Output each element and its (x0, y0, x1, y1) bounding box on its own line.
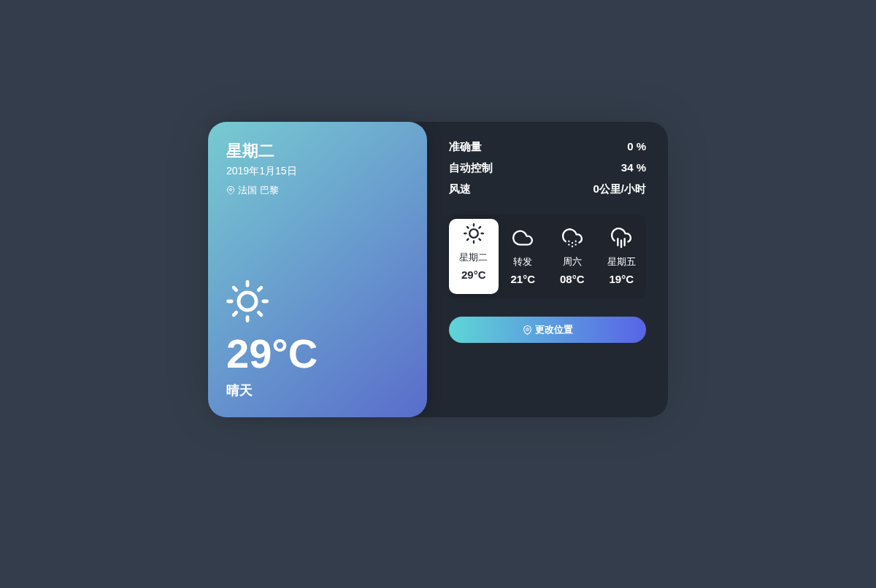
svg-point-0 (230, 189, 232, 191)
sun-icon (226, 280, 318, 322)
current-weather-panel: 星期二 2019年1月15日 法国 巴黎 29°C 晴天 (208, 122, 427, 417)
svg-line-9 (258, 287, 261, 290)
location: 法国 巴黎 (226, 184, 409, 197)
location-text: 法国 巴黎 (238, 184, 279, 197)
stat-precipitation: 准确量 0 % (449, 140, 646, 154)
svg-line-18 (479, 227, 480, 228)
cloud-rain-icon (611, 228, 631, 248)
stat-label: 准确量 (449, 140, 482, 154)
svg-line-17 (467, 239, 469, 240)
svg-point-10 (469, 229, 478, 238)
forecast-day[interactable]: 星期二 29°C (449, 219, 499, 294)
svg-point-1 (239, 293, 256, 310)
weather-widget: 星期二 2019年1月15日 法国 巴黎 29°C 晴天 准确量 0 % 自动控… (208, 122, 668, 417)
cloud-snow-icon (562, 228, 583, 248)
forecast-day-temp: 19°C (609, 273, 634, 285)
current-day: 星期二 (226, 140, 409, 162)
svg-line-8 (234, 312, 236, 314)
button-label: 更改位置 (535, 323, 573, 336)
stat-value: 0公里/小时 (593, 182, 646, 196)
forecast-day[interactable]: 转发 21°C (499, 223, 548, 290)
forecast-day-temp: 08°C (560, 273, 585, 285)
details-panel: 准确量 0 % 自动控制 34 % 风速 0公里/小时 星期二 29°C 转发 … (412, 122, 668, 417)
forecast-list: 星期二 29°C 转发 21°C 周六 08°C 星期五 19°C (449, 214, 646, 298)
current-condition: 晴天 (226, 382, 318, 399)
svg-point-28 (526, 328, 528, 330)
stat-label: 自动控制 (449, 161, 493, 175)
svg-line-14 (479, 239, 480, 240)
svg-line-13 (467, 227, 469, 228)
map-pin-icon (226, 186, 235, 195)
forecast-day-name: 星期二 (459, 251, 488, 264)
forecast-day-name: 周六 (563, 255, 582, 268)
svg-line-5 (258, 312, 261, 314)
stat-label: 风速 (449, 182, 471, 196)
sun-icon (464, 223, 484, 244)
stat-wind: 风速 0公里/小时 (449, 182, 646, 196)
stat-value: 34 % (621, 161, 646, 175)
current-readout: 29°C 晴天 (226, 280, 318, 399)
forecast-day[interactable]: 星期五 19°C (597, 223, 647, 290)
forecast-day-temp: 29°C (461, 268, 486, 281)
stat-humidity: 自动控制 34 % (449, 161, 646, 175)
map-pin-icon (523, 325, 532, 335)
stat-value: 0 % (627, 140, 646, 154)
forecast-day-name: 星期五 (607, 255, 636, 268)
current-date: 2019年1月15日 (226, 165, 409, 178)
forecast-day-name: 转发 (513, 255, 532, 268)
current-temp: 29°C (226, 330, 318, 377)
change-location-button[interactable]: 更改位置 (449, 317, 646, 343)
cloud-icon (512, 228, 533, 248)
forecast-day-temp: 21°C (510, 273, 535, 285)
svg-line-4 (234, 287, 236, 290)
forecast-day[interactable]: 周六 08°C (548, 223, 597, 290)
